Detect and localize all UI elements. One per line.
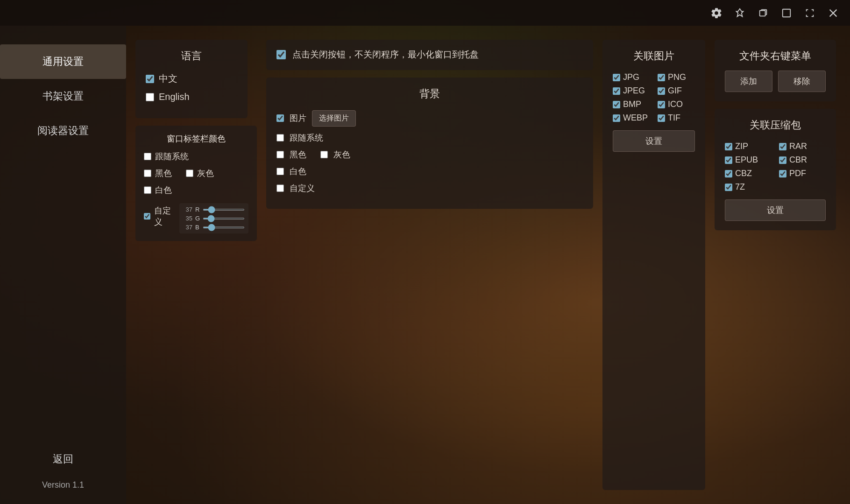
folder-menu-title: 文件夹右键菜单 bbox=[725, 49, 826, 63]
assoc-ico: ICO bbox=[658, 99, 695, 109]
bg-gray-checkbox[interactable] bbox=[320, 151, 328, 158]
lang-english-checkbox[interactable] bbox=[146, 93, 154, 101]
assoc-archives-settings-button[interactable]: 设置 bbox=[725, 199, 826, 221]
r-label: R bbox=[195, 206, 200, 213]
r-slider[interactable] bbox=[203, 209, 245, 211]
bg-image-checkbox[interactable] bbox=[276, 114, 284, 122]
assoc-bmp-checkbox[interactable] bbox=[613, 101, 620, 108]
assoc-png-checkbox[interactable] bbox=[658, 74, 665, 81]
assoc-gif-checkbox[interactable] bbox=[658, 87, 665, 95]
assoc-webp: WEBP bbox=[613, 113, 650, 123]
bg-white-row: 白色 bbox=[276, 166, 583, 177]
assoc-7z-checkbox[interactable] bbox=[725, 184, 732, 191]
assoc-cbr: CBR bbox=[779, 155, 826, 165]
assoc-zip-checkbox[interactable] bbox=[725, 143, 732, 150]
background-panel: 背景 图片 选择图片 跟随系统 黑色 bbox=[266, 78, 593, 209]
select-image-button[interactable]: 选择图片 bbox=[312, 110, 356, 127]
folder-context-menu-panel: 文件夹右键菜单 添加 移除 bbox=[715, 40, 836, 101]
wc-custom-label: 自定义 bbox=[154, 205, 176, 227]
assoc-bmp-label: BMP bbox=[623, 99, 641, 109]
lang-chinese-checkbox[interactable] bbox=[146, 75, 154, 83]
background-title: 背景 bbox=[276, 87, 583, 101]
associated-archives-panel: 关联压缩包 ZIP RAR EPUB bbox=[715, 109, 836, 230]
assoc-png-label: PNG bbox=[668, 72, 686, 82]
fullscreen-icon[interactable] bbox=[802, 6, 817, 21]
lang-english-label: English bbox=[159, 92, 190, 102]
version-label: Version 1.1 bbox=[33, 476, 93, 504]
bg-follow-system-label: 跟随系统 bbox=[290, 132, 323, 143]
sidebar-item-reader[interactable]: 阅读器设置 bbox=[0, 114, 126, 148]
assoc-cbr-checkbox[interactable] bbox=[779, 156, 786, 164]
title-bar bbox=[0, 0, 850, 26]
assoc-png: PNG bbox=[658, 72, 695, 82]
assoc-cbz-checkbox[interactable] bbox=[725, 170, 732, 177]
assoc-pdf-label: PDF bbox=[789, 169, 806, 178]
folder-btn-row: 添加 移除 bbox=[725, 71, 826, 92]
lang-chinese-row: 中文 bbox=[146, 72, 237, 85]
assoc-tif-label: TIF bbox=[668, 113, 680, 123]
assoc-ico-label: ICO bbox=[668, 99, 683, 109]
restore-icon[interactable] bbox=[756, 6, 771, 21]
bg-gray-row: 灰色 bbox=[320, 149, 350, 160]
settings-area: 语言 中文 English 窗口标签栏颜色 跟随系统 bbox=[126, 26, 850, 504]
bg-black-checkbox[interactable] bbox=[276, 151, 284, 158]
sidebar-item-general[interactable]: 通用设置 bbox=[0, 44, 126, 79]
associated-images-panel: 关联图片 JPG PNG JPEG GIF bbox=[602, 40, 705, 490]
assoc-cbz: CBZ bbox=[725, 169, 772, 178]
b-slider[interactable] bbox=[203, 227, 245, 228]
wc-black-row: 黑色 bbox=[144, 168, 172, 179]
bg-follow-system-checkbox[interactable] bbox=[276, 134, 284, 142]
folder-add-button[interactable]: 添加 bbox=[725, 71, 772, 92]
bg-custom-row: 自定义 bbox=[276, 183, 583, 194]
assoc-tif-checkbox[interactable] bbox=[658, 114, 665, 122]
lang-english-row: English bbox=[146, 92, 237, 102]
settings-icon[interactable] bbox=[709, 6, 724, 21]
folder-remove-button[interactable]: 移除 bbox=[778, 71, 826, 92]
wc-white-checkbox[interactable] bbox=[144, 186, 151, 194]
assoc-zip: ZIP bbox=[725, 142, 772, 151]
sidebar-item-bookshelf[interactable]: 书架设置 bbox=[0, 79, 126, 114]
bg-custom-checkbox[interactable] bbox=[276, 185, 284, 192]
assoc-jpg-checkbox[interactable] bbox=[613, 74, 620, 81]
bg-white-checkbox[interactable] bbox=[276, 168, 284, 175]
b-label: B bbox=[195, 224, 200, 231]
close-behavior-text: 点击关闭按钮，不关闭程序，最小化窗口到托盘 bbox=[292, 48, 479, 62]
wc-follow-system-row: 跟随系统 bbox=[144, 151, 248, 162]
assoc-epub-checkbox[interactable] bbox=[725, 156, 732, 164]
pin-icon[interactable] bbox=[732, 6, 747, 21]
window-icon[interactable] bbox=[779, 6, 794, 21]
assoc-gif-label: GIF bbox=[668, 86, 682, 96]
assoc-cbr-label: CBR bbox=[789, 155, 807, 165]
wc-white-label: 白色 bbox=[155, 185, 172, 196]
g-slider[interactable] bbox=[203, 218, 245, 220]
assoc-images-settings-button[interactable]: 设置 bbox=[613, 130, 695, 152]
assoc-jpeg-label: JPEG bbox=[623, 86, 645, 96]
assoc-ico-checkbox[interactable] bbox=[658, 101, 665, 108]
g-label: G bbox=[195, 215, 200, 222]
close-icon[interactable] bbox=[826, 6, 841, 21]
wc-black-checkbox[interactable] bbox=[144, 170, 151, 177]
main-content: 通用设置 书架设置 阅读器设置 返回 Version 1.1 语言 中文 Eng… bbox=[0, 26, 850, 504]
bg-white-label: 白色 bbox=[290, 166, 306, 177]
wc-custom-checkbox[interactable] bbox=[144, 213, 150, 220]
language-panel: 语言 中文 English bbox=[135, 40, 248, 118]
bg-image-label: 图片 bbox=[290, 113, 306, 124]
assoc-jpeg-checkbox[interactable] bbox=[613, 87, 620, 95]
assoc-pdf-checkbox[interactable] bbox=[779, 170, 786, 177]
assoc-webp-checkbox[interactable] bbox=[613, 114, 620, 122]
wc-gray-checkbox[interactable] bbox=[186, 170, 193, 177]
back-button[interactable]: 返回 bbox=[0, 443, 126, 476]
r-slider-row: 37 R bbox=[183, 206, 245, 213]
assoc-archives-grid: ZIP RAR EPUB CBR bbox=[725, 142, 826, 192]
assoc-archives-title: 关联压缩包 bbox=[725, 118, 826, 132]
bg-black-label: 黑色 bbox=[290, 149, 306, 160]
wc-follow-system-checkbox[interactable] bbox=[144, 153, 151, 160]
wc-white-row: 白色 bbox=[144, 185, 248, 196]
close-behavior-checkbox[interactable] bbox=[276, 50, 286, 59]
window-color-panel: 窗口标签栏颜色 跟随系统 黑色 灰色 bbox=[135, 126, 257, 241]
bg-black-row: 黑色 bbox=[276, 149, 306, 160]
assoc-jpg: JPG bbox=[613, 72, 650, 82]
b-slider-row: 37 B bbox=[183, 224, 245, 231]
r-value: 37 bbox=[183, 206, 192, 213]
assoc-rar-checkbox[interactable] bbox=[779, 143, 786, 150]
